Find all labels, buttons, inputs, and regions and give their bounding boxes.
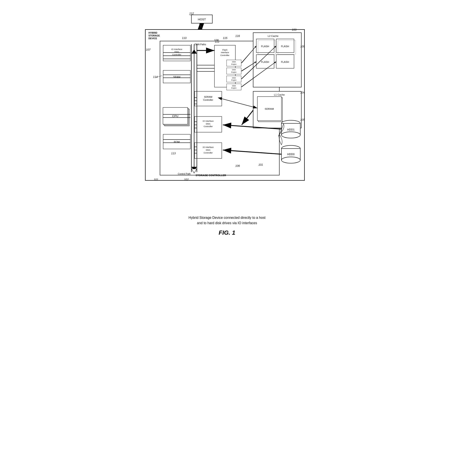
svg-text:Engine: Engine: [231, 79, 236, 81]
svg-text:Engine: Engine: [231, 63, 236, 65]
svg-text:FLASH: FLASH: [261, 45, 269, 47]
svg-text:104: 104: [300, 91, 305, 94]
svg-text:113: 113: [171, 152, 176, 155]
svg-point-87: [281, 132, 300, 138]
svg-text:101: 101: [258, 163, 263, 166]
caption-area: Hybrid Storage Device connected directly…: [131, 215, 323, 226]
svg-text:105: 105: [300, 118, 305, 121]
svg-text:116: 116: [235, 34, 240, 38]
svg-text:Controller: Controller: [204, 152, 213, 154]
svg-text:HDD1: HDD1: [287, 128, 295, 131]
svg-text:114: 114: [153, 75, 158, 78]
svg-text:103: 103: [292, 28, 296, 31]
svg-text:111: 111: [215, 40, 219, 43]
svg-text:Controller: Controller: [172, 53, 182, 56]
svg-rect-17: [163, 45, 190, 61]
page-container: HOST 112 HYBRID STORAGE DEVICE 107 110 S…: [131, 4, 323, 236]
svg-text:FLASH: FLASH: [281, 60, 289, 63]
svg-text:DMA: DMA: [232, 69, 236, 71]
svg-point-92: [281, 157, 300, 163]
svg-text:HOST: HOST: [198, 18, 206, 21]
svg-text:STORAGE CONTROLLER: STORAGE CONTROLLER: [196, 174, 226, 177]
svg-text:CPU: CPU: [172, 114, 178, 118]
svg-text:Controller: Controller: [203, 99, 213, 101]
svg-text:DMA: DMA: [232, 77, 236, 79]
caption-line2: and to hard disk drives via IO interface…: [131, 220, 323, 226]
svg-text:L2 Cache: L2 Cache: [268, 34, 278, 37]
svg-text:102: 102: [184, 178, 189, 181]
caption-line1: Hybrid Storage Device connected directly…: [131, 215, 323, 220]
svg-text:DEVICE: DEVICE: [148, 37, 157, 40]
svg-text:SDRAM: SDRAM: [265, 107, 274, 110]
svg-text:L1 Cache: L1 Cache: [274, 93, 285, 96]
svg-text:Engine: Engine: [231, 71, 236, 73]
svg-text:IO Interface: IO Interface: [203, 120, 213, 122]
svg-text:Interface: Interface: [221, 51, 229, 54]
svg-text:115: 115: [223, 36, 227, 40]
svg-text:106: 106: [235, 164, 240, 167]
svg-text:DMA: DMA: [206, 123, 211, 125]
diagram-area: HOST 112 HYBRID STORAGE DEVICE 107 110 S…: [131, 4, 323, 211]
svg-text:109: 109: [300, 45, 305, 48]
svg-text:112: 112: [189, 12, 194, 15]
svg-text:STORAGE: STORAGE: [148, 34, 160, 37]
svg-text:IO Interface: IO Interface: [203, 146, 213, 148]
svg-text:110: 110: [182, 36, 187, 40]
svg-text:Control Path: Control Path: [178, 172, 191, 175]
svg-text:Controller: Controller: [220, 54, 230, 56]
svg-text:FLASH: FLASH: [261, 60, 269, 63]
svg-text:Flash: Flash: [222, 49, 227, 51]
svg-text:DMA Paths: DMA Paths: [194, 43, 206, 46]
svg-text:FLASH: FLASH: [281, 45, 289, 47]
diagram-svg: HOST 112 HYBRID STORAGE DEVICE 107 110 S…: [133, 8, 321, 208]
svg-text:HYBRID: HYBRID: [148, 31, 157, 34]
svg-text:IO Interface: IO Interface: [171, 48, 182, 50]
svg-text:101: 101: [154, 178, 158, 181]
svg-text:107: 107: [146, 48, 151, 51]
svg-text:DMA: DMA: [232, 61, 236, 63]
svg-text:SDRAM: SDRAM: [204, 96, 212, 98]
fig-label: FIG. 1: [131, 229, 323, 236]
svg-text:DMA: DMA: [232, 85, 236, 87]
svg-text:Engine: Engine: [231, 87, 236, 89]
svg-text:DMA: DMA: [206, 149, 211, 151]
svg-text:HDD0: HDD0: [287, 153, 295, 156]
svg-text:Controller: Controller: [204, 125, 213, 127]
